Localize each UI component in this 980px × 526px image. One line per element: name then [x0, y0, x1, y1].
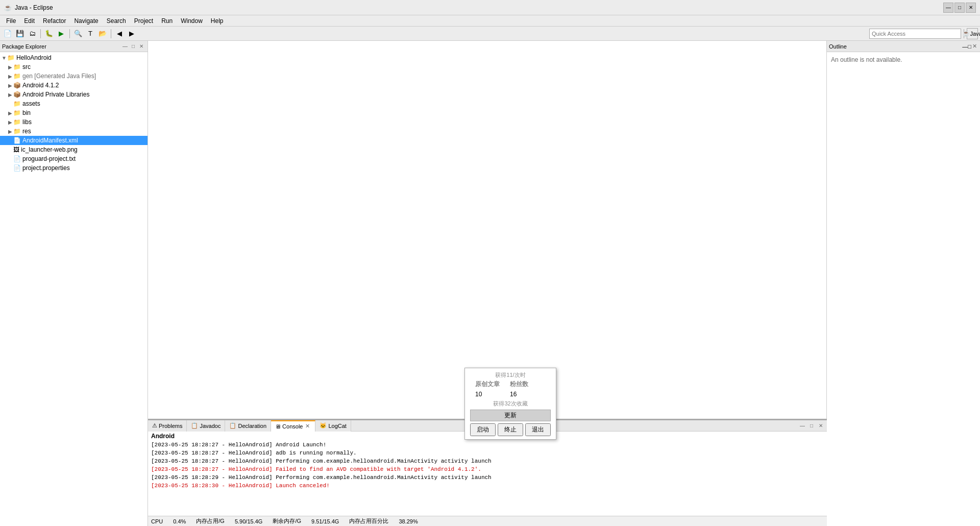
start-button[interactable]: 启动	[470, 423, 496, 436]
console-close-button[interactable]: ✕	[304, 423, 311, 429]
tab-declaration-label: Declaration	[238, 423, 266, 429]
search-button[interactable]: 🔍	[72, 28, 84, 39]
tree-item-bin[interactable]: ▶ 📁 bin	[0, 108, 148, 117]
tree-item-privatelibs[interactable]: ▶ 📦 Android Private Libraries	[0, 90, 148, 99]
menu-refactor[interactable]: Refactor	[39, 16, 70, 26]
menu-project[interactable]: Project	[130, 16, 157, 26]
debug-button[interactable]: 🐛	[43, 28, 55, 39]
outline-content: An outline is not available.	[827, 52, 980, 67]
run-button[interactable]: ▶	[56, 28, 67, 39]
minimize-button[interactable]: —	[943, 3, 953, 13]
open-type-button[interactable]: T	[85, 28, 96, 39]
quick-access-input[interactable]	[869, 29, 961, 39]
mem-used-value: 5.90/15.4G	[235, 518, 262, 524]
console-line-6: [2023-05-25 18:28:30 - HelloAndroid] Lau…	[151, 482, 824, 490]
tree-item-android412[interactable]: ▶ 📦 Android 4.1.2	[0, 81, 148, 90]
next-edit-button[interactable]: ▶	[126, 28, 137, 39]
tree-arrow-src: ▶	[7, 64, 13, 70]
tooltip-val-articles: 10	[470, 390, 505, 399]
menu-navigate[interactable]: Navigate	[70, 16, 102, 26]
tree-item-assets[interactable]: ▶ 📁 assets	[0, 99, 148, 108]
javadoc-icon: 📋	[191, 422, 198, 429]
tooltip-overlay: 获得11/次时 原创文章 粉丝数 10 16 获得32次收藏 更新 启动 终止 …	[464, 368, 556, 440]
maximize-button[interactable]: □	[954, 3, 965, 13]
save-all-button[interactable]: 🗂	[27, 28, 38, 39]
separator-3	[111, 29, 111, 38]
tree-arrow-helloandroid: ▼	[1, 55, 7, 61]
problems-icon: ⚠	[152, 422, 157, 429]
toolbar: 📄 💾 🗂 🐛 ▶ 🔍 T 📂 ◀ ▶ ☕ Java	[0, 27, 980, 41]
tab-logcat[interactable]: 🐱 LogCat	[315, 420, 351, 432]
bin-label: bin	[22, 109, 31, 116]
mem-free-value: 9.51/15.4G	[311, 518, 339, 524]
mem-free-label: 剩余内存/G	[273, 517, 301, 525]
console-line-1: [2023-05-25 18:28:27 - HelloAndroid] And…	[151, 441, 824, 449]
tree-item-iclauncher[interactable]: ▶ 🖼 ic_launcher-web.png	[0, 145, 148, 154]
tooltip-row-1: 获得11/次时	[470, 371, 551, 379]
libs-icon: 📁	[13, 118, 21, 126]
outline-minimize-button[interactable]: —	[962, 43, 968, 50]
menu-window[interactable]: Window	[177, 16, 207, 26]
package-explorer-maximize-button[interactable]: □	[129, 42, 137, 51]
package-explorer-minimize-button[interactable]: —	[121, 42, 129, 51]
android412-icon: 📦	[13, 82, 21, 89]
tab-console[interactable]: 🖥 Console ✕	[271, 420, 315, 432]
assets-label: assets	[22, 100, 40, 107]
outline-message: An outline is not available.	[831, 56, 902, 63]
tab-problems[interactable]: ⚠ Problems	[148, 420, 187, 432]
menu-edit[interactable]: Edit	[20, 16, 39, 26]
tree-arrow-privatelibs: ▶	[7, 92, 13, 98]
tree-item-androidmanifest[interactable]: ▶ 📄 AndroidManifest.xml	[0, 136, 148, 145]
android412-label: Android 4.1.2	[22, 82, 59, 89]
tab-javadoc[interactable]: 📋 Javadoc	[187, 420, 225, 432]
bottom-maximize-button[interactable]: □	[807, 422, 816, 430]
menu-help[interactable]: Help	[207, 16, 228, 26]
projectprops-icon: 📄	[13, 164, 21, 172]
package-explorer-panel: Package Explorer — □ ✕ ▼ 📁 HelloAndroid …	[0, 41, 148, 526]
tooltip-update-button[interactable]: 更新	[470, 410, 551, 421]
open-resource-button[interactable]: 📂	[97, 28, 108, 39]
exit-button[interactable]: 退出	[525, 423, 551, 436]
package-explorer-title: Package Explorer	[2, 43, 121, 50]
save-button[interactable]: 💾	[14, 28, 26, 39]
tree-item-proguard[interactable]: ▶ 📄 proguard-project.txt	[0, 154, 148, 163]
menu-file[interactable]: File	[2, 16, 20, 26]
close-button[interactable]: ✕	[966, 3, 976, 13]
separator-2	[69, 29, 70, 38]
outline-close-button[interactable]: ✕	[971, 43, 978, 50]
cpu-value: 0.4%	[173, 518, 186, 524]
new-button[interactable]: 📄	[2, 28, 13, 39]
tree-item-src[interactable]: ▶ 📁 src	[0, 62, 148, 71]
androidmanifest-icon: 📄	[13, 137, 21, 144]
projectprops-label: project.properties	[22, 164, 70, 172]
bottom-close-button[interactable]: ✕	[817, 422, 825, 430]
prev-edit-button[interactable]: ◀	[114, 28, 125, 39]
tooltip-col-original: 原创文章	[470, 379, 505, 390]
editor-content	[148, 41, 826, 419]
outline-maximize-button[interactable]: □	[968, 43, 971, 50]
package-explorer-close-button[interactable]: ✕	[137, 42, 145, 51]
bottom-tabs-right-controls: — □ ✕	[796, 422, 827, 430]
perspective-java-button[interactable]: ☕ Java	[967, 28, 978, 39]
tree-arrow-libs: ▶	[7, 119, 13, 125]
app-icon: ☕	[4, 4, 12, 11]
tree-item-libs[interactable]: ▶ 📁 libs	[0, 117, 148, 127]
menu-search[interactable]: Search	[103, 16, 130, 26]
tooltip-row-collect: 获得32次收藏	[470, 400, 551, 408]
src-label: src	[22, 63, 31, 70]
tree-item-helloandroid[interactable]: ▼ 📁 HelloAndroid	[0, 53, 148, 62]
menu-run[interactable]: Run	[157, 16, 177, 26]
tab-declaration[interactable]: 📋 Declaration	[225, 420, 271, 432]
tooltip-val-fans: 16	[505, 390, 533, 399]
tree-item-res[interactable]: ▶ 📁 res	[0, 127, 148, 136]
tooltip-action-buttons: 启动 终止 退出	[470, 423, 551, 436]
tree-arrow-res: ▶	[7, 129, 13, 134]
bottom-minimize-button[interactable]: —	[798, 422, 806, 430]
console-line-2: [2023-05-25 18:28:27 - HelloAndroid] adb…	[151, 449, 824, 457]
tree-arrow-android412: ▶	[7, 83, 13, 88]
tree-item-projectprops[interactable]: ▶ 📄 project.properties	[0, 163, 148, 173]
tree-item-gen[interactable]: ▶ 📁 gen [Generated Java Files]	[0, 71, 148, 81]
stop-button[interactable]: 终止	[498, 423, 523, 436]
app-title: Java - Eclipse	[15, 4, 943, 11]
package-tree: ▼ 📁 HelloAndroid ▶ 📁 src ▶ 📁 gen [Genera…	[0, 52, 148, 526]
